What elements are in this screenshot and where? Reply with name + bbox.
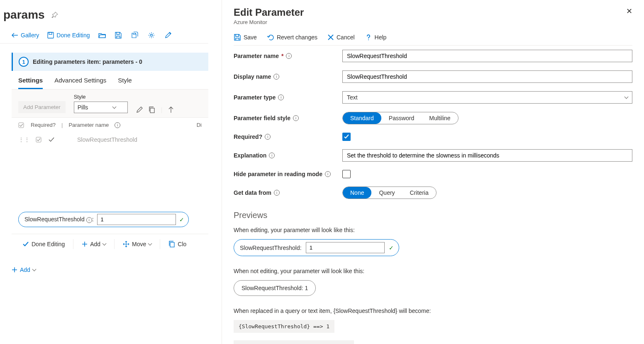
required-label: Required? i — [234, 133, 337, 140]
edit-icon[interactable] — [136, 107, 143, 113]
save-as-icon[interactable] — [132, 31, 140, 39]
display-name-input[interactable] — [342, 70, 632, 83]
param-name-label: Parameter name * i — [234, 53, 337, 59]
style-label: Style — [74, 94, 128, 102]
save-button[interactable]: Save — [234, 34, 257, 41]
get-data-none[interactable]: None — [343, 187, 371, 199]
field-style-label: Parameter field style i — [234, 115, 337, 121]
done-editing-button[interactable]: Done Editing — [47, 32, 90, 39]
open-icon[interactable] — [98, 32, 107, 38]
save-icon — [234, 34, 241, 41]
check-icon — [22, 242, 29, 247]
display-name-label: Display name i — [234, 73, 337, 80]
field-style-group: Standard Password Multiline — [342, 112, 459, 124]
save-disk-icon[interactable] — [115, 32, 123, 39]
check-icon — [344, 134, 349, 139]
clone-button[interactable]: Clo — [164, 238, 190, 250]
info-icon[interactable]: i — [278, 94, 284, 100]
editor-tabs: Settings Advanced Settings Style — [12, 71, 208, 90]
add-section-button[interactable]: Add — [0, 254, 208, 286]
previews-title: Previews — [234, 203, 632, 223]
grid-header: Required? | Parameter name i Di — [12, 118, 208, 132]
copy-icon — [168, 241, 175, 247]
pill-input[interactable] — [97, 214, 176, 225]
undo-icon — [267, 34, 274, 41]
field-style-password[interactable]: Password — [381, 112, 422, 124]
move-button[interactable]: Move — [119, 238, 156, 250]
arrow-up-icon[interactable] — [168, 107, 174, 113]
col-display: Di — [197, 122, 202, 128]
pin-icon[interactable] — [51, 12, 58, 18]
editor-header: 1 Editing parameters item: parameters - … — [12, 53, 208, 71]
info-icon[interactable]: i — [286, 53, 292, 59]
chevron-down-icon — [102, 241, 107, 245]
checkbox-icon — [18, 122, 24, 128]
field-style-multiline[interactable]: Multiline — [422, 112, 458, 124]
add-parameter-button[interactable]: Add Parameter — [18, 101, 66, 113]
field-style-standard[interactable]: Standard — [343, 112, 381, 124]
check-icon: ✓ — [179, 216, 187, 223]
save-icon — [47, 32, 54, 39]
parameter-pill[interactable]: SlowRequestThreshold i: ✓ — [18, 212, 189, 227]
edit-parameter-panel: Edit Parameter Azure Monitor ✕ Save Reve… — [222, 0, 644, 344]
panel-toolbar: Save Revert changes Cancel Help — [234, 28, 632, 46]
param-name-input[interactable] — [342, 50, 632, 62]
preview-editing-label: SlowRequestThreshold: — [240, 245, 302, 251]
hide-checkbox[interactable] — [342, 170, 351, 178]
row-name-text: SlowRequestThreshold — [61, 136, 137, 143]
style-select[interactable]: Pills — [74, 102, 128, 113]
hide-label: Hide parameter in reading mode i — [234, 171, 337, 177]
svg-rect-4 — [19, 123, 24, 128]
code-preview-1: {SlowRequestThreshold} ==> 1 — [234, 320, 334, 333]
panel-subtitle: Azure Monitor — [234, 19, 304, 25]
required-checkbox[interactable] — [342, 133, 351, 141]
chevron-down-icon — [112, 104, 116, 109]
help-button[interactable]: Help — [365, 34, 387, 41]
pencil-icon[interactable] — [165, 32, 173, 39]
svg-rect-5 — [36, 137, 41, 142]
chevron-down-icon — [32, 267, 36, 271]
editor-header-title: Editing parameters item: parameters - 0 — [33, 58, 142, 65]
explanation-label: Explanation i — [234, 152, 337, 159]
copy-icon[interactable] — [149, 107, 155, 113]
page-title-text: params — [3, 8, 45, 22]
info-icon[interactable]: i — [265, 134, 271, 140]
checkbox-checked-icon[interactable] — [36, 137, 41, 143]
close-icon[interactable]: ✕ — [626, 7, 632, 16]
info-icon[interactable]: i — [325, 171, 331, 177]
get-data-query[interactable]: Query — [371, 187, 402, 199]
param-type-select[interactable]: Text — [342, 91, 632, 104]
svg-rect-0 — [48, 32, 54, 38]
revert-button[interactable]: Revert changes — [267, 34, 317, 41]
gear-icon[interactable] — [148, 32, 156, 39]
info-icon[interactable]: i — [273, 74, 279, 80]
check-icon — [48, 137, 55, 142]
chevron-down-icon — [148, 241, 152, 245]
arrow-left-icon — [12, 33, 18, 38]
panel-title: Edit Parameter — [234, 7, 304, 18]
svg-rect-3 — [150, 108, 154, 113]
done-editing-bottom-button[interactable]: Done Editing — [18, 238, 69, 250]
explanation-input[interactable] — [342, 149, 632, 162]
pill-label: SlowRequestThreshold i: — [24, 216, 94, 223]
preview-editing-input[interactable] — [306, 242, 385, 253]
tab-style[interactable]: Style — [118, 77, 132, 89]
step-badge: 1 — [19, 57, 29, 67]
get-data-criteria[interactable]: Criteria — [402, 187, 436, 199]
svg-point-2 — [150, 34, 152, 36]
chevron-down-icon — [624, 94, 629, 99]
info-icon[interactable]: i — [115, 122, 120, 128]
drag-handle-icon[interactable]: ⋮⋮ — [18, 136, 30, 143]
add-bottom-button[interactable]: Add — [78, 238, 110, 250]
page-title: params — [0, 8, 208, 22]
gallery-button[interactable]: Gallery — [12, 32, 39, 39]
info-icon[interactable]: i — [269, 153, 275, 158]
info-icon[interactable]: i — [274, 190, 280, 196]
tab-advanced[interactable]: Advanced Settings — [54, 77, 106, 89]
table-row[interactable]: ⋮⋮ SlowRequestThreshold — [12, 132, 208, 147]
cancel-button[interactable]: Cancel — [327, 34, 355, 41]
tab-settings[interactable]: Settings — [18, 77, 43, 89]
info-icon[interactable]: i — [293, 115, 299, 121]
preview-editing-pill: SlowRequestThreshold: ✓ — [234, 239, 399, 256]
plus-icon — [12, 267, 17, 273]
